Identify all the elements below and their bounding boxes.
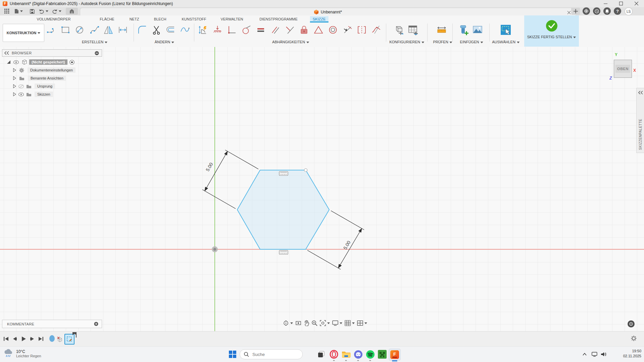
close-button[interactable]	[629, 0, 644, 7]
origin-point[interactable]	[212, 246, 218, 252]
file-explorer-icon[interactable]	[340, 349, 352, 360]
timeline-feature-suppressed[interactable]	[56, 336, 63, 343]
line-tool-icon[interactable]	[45, 24, 57, 36]
insert-fastener-icon[interactable]	[457, 24, 469, 36]
activate-component-radio[interactable]	[69, 60, 75, 65]
coincident-constraint-icon[interactable]	[212, 24, 223, 36]
data-panel-icon[interactable]	[3, 8, 11, 15]
timeline-step-forward-icon[interactable]	[29, 335, 36, 342]
taskbar-clock[interactable]: 19:50 02.11.2025	[623, 349, 641, 359]
sketch-point[interactable]	[304, 169, 307, 172]
spotify-icon[interactable]	[364, 349, 376, 360]
timeline-go-start-icon[interactable]	[3, 335, 9, 342]
viewcube-face-label[interactable]: OBEN	[615, 65, 630, 73]
extensions-icon[interactable]	[583, 7, 590, 15]
visibility-eye-icon[interactable]	[13, 60, 19, 64]
taskbar-search[interactable]	[240, 349, 303, 359]
task-view-icon[interactable]	[315, 349, 327, 360]
fillet-tool-icon[interactable]	[137, 24, 148, 36]
search-input[interactable]	[252, 352, 293, 357]
timeline-go-end-icon[interactable]	[38, 335, 44, 342]
expand-arrow-icon[interactable]	[13, 68, 16, 72]
viewports-icon[interactable]	[357, 320, 367, 326]
finish-sketch-button[interactable]: SKIZZE FERTIG STELLEN	[524, 15, 579, 47]
volume-icon[interactable]	[599, 349, 608, 360]
equal-constraint-icon[interactable]	[313, 24, 324, 36]
tab-kunststoff[interactable]: KUNSTSTOFF	[179, 16, 209, 22]
undo-icon[interactable]	[38, 8, 49, 15]
sketch-dimension-tool-icon[interactable]	[117, 24, 129, 36]
opera-gx-icon[interactable]	[328, 349, 340, 360]
expand-arrow-icon[interactable]	[13, 76, 16, 80]
fusion-taskbar-icon[interactable]: F	[389, 349, 401, 361]
timeline-play-icon[interactable]	[20, 335, 27, 342]
recent-command-button[interactable]	[66, 8, 78, 15]
browser-item-benannte-ansichten[interactable]: Benannte Ansichten	[13, 75, 66, 81]
parallel-constraint-icon[interactable]	[269, 24, 281, 36]
collapse-panel-icon[interactable]	[4, 51, 9, 55]
browser-item-ursprung[interactable]: Ursprung	[13, 83, 55, 89]
spline-tool-icon[interactable]	[89, 24, 100, 36]
collinear-constraint-icon[interactable]	[255, 24, 266, 36]
configure-feature-icon[interactable]	[393, 24, 404, 36]
start-button[interactable]	[227, 349, 238, 360]
expanded-arrow-icon[interactable]	[6, 60, 11, 64]
insert-image-icon[interactable]	[472, 24, 483, 36]
concentric-constraint-icon[interactable]	[327, 24, 339, 36]
browser-item-dokumenteneinstellungen[interactable]: Dokumenteneinstellungen	[13, 67, 76, 73]
tab-netz[interactable]: NETZ	[127, 16, 142, 22]
fit-icon[interactable]	[320, 320, 330, 326]
fix-constraint-icon[interactable]	[298, 24, 310, 36]
browser-root-row[interactable]: (Nicht gespeichert)	[6, 59, 75, 65]
tangent-constraint-icon[interactable]	[241, 24, 252, 36]
circle-tool-icon[interactable]	[74, 24, 85, 36]
weather-widget[interactable]: 10°C Leichter Regen	[3, 349, 41, 359]
horizontal-constraint-glyph[interactable]	[279, 171, 288, 175]
timeline-feature-sketch-active[interactable]	[64, 334, 75, 345]
look-at-icon[interactable]	[295, 320, 301, 326]
sketch-canvas[interactable]	[0, 47, 644, 331]
assistant-icon[interactable]	[628, 320, 635, 327]
grid-snaps-icon[interactable]	[345, 320, 355, 326]
horizontal-vertical-constraint-icon[interactable]	[226, 24, 238, 36]
comments-panel-header[interactable]: KOMMENTARE	[2, 320, 102, 328]
job-status-icon[interactable]	[593, 7, 600, 15]
configuration-table-icon[interactable]	[407, 24, 419, 36]
tab-verwalten[interactable]: VERWALTEN	[218, 16, 246, 22]
symmetry-constraint-icon[interactable]	[356, 24, 367, 36]
curvature-constraint-icon[interactable]	[370, 24, 382, 36]
visibility-off-eye-icon[interactable]	[18, 85, 24, 88]
timeline-settings-gear-icon[interactable]	[630, 335, 637, 342]
browser-item-skizzen[interactable]: Skizzen	[13, 91, 53, 97]
discord-icon[interactable]	[352, 349, 364, 360]
midpoint-constraint-icon[interactable]	[342, 24, 353, 36]
expand-arrow-icon[interactable]	[13, 92, 16, 96]
measure-tool-icon[interactable]	[436, 24, 447, 36]
offset-tool-icon[interactable]	[165, 24, 176, 36]
maximize-button[interactable]	[613, 0, 629, 7]
close-tab-icon[interactable]	[567, 10, 571, 16]
konstruktion-dropdown[interactable]: KONSTRUKTION	[3, 24, 44, 42]
perpendicular-constraint-icon[interactable]	[284, 24, 295, 36]
horizontal-constraint-glyph[interactable]	[279, 250, 288, 254]
document-root-label[interactable]: (Nicht gespeichert)	[29, 59, 67, 65]
expand-panel-icon[interactable]	[638, 91, 643, 94]
add-comment-icon[interactable]	[94, 322, 98, 326]
timeline-feature-sphere[interactable]	[49, 334, 55, 343]
zoom-icon[interactable]	[311, 320, 317, 326]
new-tab-icon[interactable]	[571, 8, 580, 15]
notifications-bell-icon[interactable]	[603, 7, 611, 15]
edit-curve-tool-icon[interactable]	[179, 24, 191, 36]
avatar[interactable]: LS	[625, 7, 633, 15]
auswaehlen-dropdown[interactable]: AUSWÄHLEN	[0, 40, 14, 44]
expand-arrow-icon[interactable]	[13, 84, 16, 88]
file-menu-icon[interactable]	[13, 8, 23, 15]
trim-tool-icon[interactable]	[151, 24, 162, 36]
tray-chevron-icon[interactable]	[581, 349, 589, 360]
tab-volumenkoerper[interactable]: VOLUMENKÖRPER	[34, 16, 73, 22]
browser-panel-header[interactable]: BROWSER	[2, 49, 102, 57]
tab-skizze[interactable]: SKIZZE	[310, 16, 329, 22]
sketch-palette-strip[interactable]: SKIZZENPALETTE	[636, 88, 644, 153]
tray-device-icon[interactable]	[590, 349, 599, 360]
document-tab[interactable]: Unbenannt*	[80, 8, 576, 16]
